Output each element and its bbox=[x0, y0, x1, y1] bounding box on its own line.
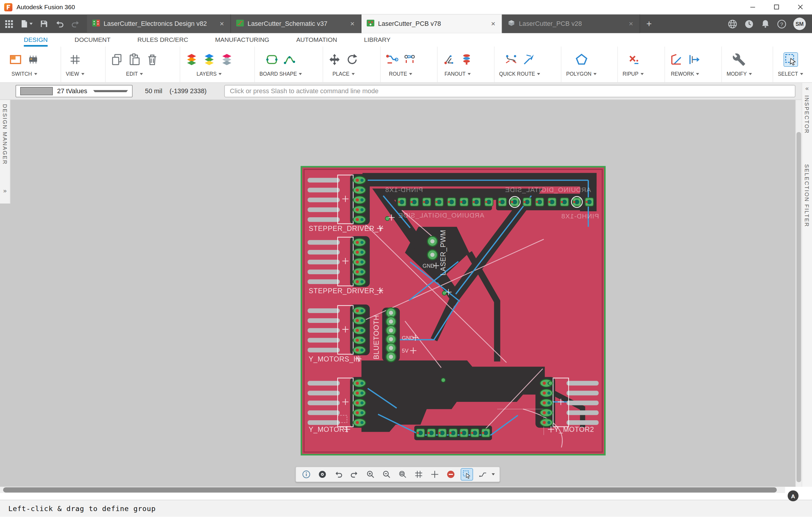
menu-manufacturing[interactable]: MANUFACTURING bbox=[215, 33, 269, 47]
undo-icon[interactable] bbox=[333, 469, 344, 480]
inspector-rail[interactable]: « INSPECTOR SELECTION FILTER bbox=[802, 83, 812, 487]
zoom-fit-icon[interactable] bbox=[397, 469, 408, 480]
zoom-out-icon[interactable] bbox=[381, 469, 392, 480]
cursor-position-value: (-1399 2338) bbox=[170, 88, 207, 95]
tab-pcb-v28[interactable]: LaserCutter_PCB v28 ✕ bbox=[502, 15, 640, 33]
inspector-label[interactable]: INSPECTOR bbox=[804, 95, 810, 134]
polygon-icon bbox=[575, 53, 588, 66]
tab-pcb-v78[interactable]: LaserCutter_PCB v78 ✕ bbox=[361, 15, 502, 33]
design-manager-rail[interactable]: DESIGN MANAGER » bbox=[0, 100, 10, 204]
avatar[interactable]: SM bbox=[793, 18, 806, 30]
tab-close-icon[interactable]: ✕ bbox=[490, 19, 496, 28]
app-window: Autodesk Fusion 360 bbox=[0, 0, 812, 517]
redo-icon[interactable] bbox=[71, 20, 80, 27]
dropdown-caret-icon bbox=[93, 90, 127, 92]
notifications-bell-icon[interactable] bbox=[761, 19, 770, 28]
file-menu-icon[interactable] bbox=[21, 20, 33, 28]
pcb-board-icon bbox=[367, 20, 374, 28]
tab-close-icon[interactable]: ✕ bbox=[628, 19, 634, 28]
toolbar-group-rework[interactable]: REWORK bbox=[665, 47, 705, 82]
minimize-button[interactable] bbox=[741, 0, 764, 14]
save-icon[interactable] bbox=[40, 20, 48, 27]
toolbar-group-place[interactable]: PLACE bbox=[323, 47, 364, 82]
toolbar-group-layers[interactable]: LAYERS bbox=[179, 47, 238, 82]
delete-icon bbox=[145, 53, 159, 66]
menu-document[interactable]: DOCUMENT bbox=[75, 33, 110, 47]
new-tab-button[interactable]: + bbox=[640, 19, 658, 29]
toolbar-group-view[interactable]: VIEW bbox=[61, 47, 89, 82]
toolbar-group-route[interactable]: ROUTE bbox=[380, 47, 421, 82]
menu-automation[interactable]: AUTOMATION bbox=[296, 33, 337, 47]
tab-label: LaserCutter_Electronics Design v82 bbox=[104, 20, 215, 27]
window-title: Autodesk Fusion 360 bbox=[17, 3, 75, 10]
expand-panel-icon[interactable]: » bbox=[3, 188, 7, 194]
dropdown-caret-icon bbox=[219, 73, 222, 75]
move-icon bbox=[328, 53, 341, 66]
info-icon[interactable] bbox=[301, 469, 312, 480]
board-spline-icon bbox=[283, 53, 296, 66]
layers-stack-icon bbox=[185, 53, 198, 66]
wire-mode-caret-icon[interactable] bbox=[492, 473, 495, 476]
silkscreen-label: LASER_PWM bbox=[439, 230, 447, 276]
close-button[interactable] bbox=[788, 0, 812, 14]
crosshair-icon[interactable] bbox=[429, 469, 440, 480]
vertical-scrollbar[interactable] bbox=[795, 100, 802, 487]
silkscreen-mirrored-label: PINHD-1X8 bbox=[561, 212, 599, 220]
header-bottom[interactable] bbox=[416, 429, 490, 437]
toolbar-group-modify[interactable]: MODIFY bbox=[722, 47, 756, 82]
selection-filter-label[interactable]: SELECTION FILTER bbox=[804, 164, 810, 227]
command-line-input[interactable] bbox=[224, 85, 795, 97]
wire-mode-icon[interactable] bbox=[477, 469, 489, 480]
vertical-scrollbar-thumb[interactable] bbox=[796, 132, 801, 482]
canvas-nav-bar bbox=[295, 466, 500, 482]
dropdown-caret-icon bbox=[34, 73, 37, 75]
switch-board-icon bbox=[9, 53, 22, 66]
autodesk-badge[interactable]: A bbox=[788, 490, 799, 501]
toolbar-group-ripup[interactable]: RIPUP bbox=[617, 47, 648, 82]
job-status-clock-icon[interactable] bbox=[744, 19, 754, 29]
layers-stack-red-icon bbox=[220, 53, 233, 66]
zoom-in-icon[interactable] bbox=[365, 469, 376, 480]
tab-close-icon[interactable]: ✕ bbox=[219, 19, 225, 28]
select-tool-icon[interactable] bbox=[461, 469, 472, 480]
tab-electronics-design[interactable]: LaserCutter_Electronics Design v82 ✕ bbox=[87, 15, 231, 33]
extensions-globe-icon[interactable] bbox=[728, 19, 737, 29]
tab-close-icon[interactable]: ✕ bbox=[349, 19, 356, 28]
menu-design[interactable]: DESIGN bbox=[24, 33, 48, 47]
tab-schematic[interactable]: LaserCutter_Schematic v37 ✕ bbox=[231, 15, 361, 33]
unroute-icon bbox=[403, 53, 416, 66]
pcb-board[interactable]: STEPPER_DRIVER_Y STEPPER_DRIVER_X Y_MOTO… bbox=[300, 166, 606, 456]
dropdown-caret-icon bbox=[749, 73, 752, 75]
stop-restrict-icon[interactable] bbox=[445, 469, 457, 480]
toolbar-label: VIEW bbox=[66, 71, 79, 77]
active-tool-highlight bbox=[784, 53, 797, 66]
design-manager-label[interactable]: DESIGN MANAGER bbox=[2, 104, 8, 165]
help-icon[interactable]: ? bbox=[777, 19, 786, 29]
toolbar-label: PLACE bbox=[332, 71, 349, 77]
pcb-canvas[interactable]: STEPPER_DRIVER_Y STEPPER_DRIVER_X Y_MOTO… bbox=[0, 100, 795, 487]
horizontal-scrollbar-thumb[interactable] bbox=[3, 487, 777, 492]
title-bar: Autodesk Fusion 360 bbox=[0, 0, 812, 15]
toolbar-group-polygon[interactable]: POLYGON bbox=[561, 47, 601, 82]
window-controls bbox=[741, 0, 812, 14]
menu-library[interactable]: LIBRARY bbox=[364, 33, 390, 47]
toolbar-group-fanout[interactable]: FANOUT bbox=[437, 47, 478, 82]
visibility-eye-icon[interactable] bbox=[317, 469, 328, 480]
toolbar-group-board-shape[interactable]: BOARD SHAPE bbox=[254, 47, 307, 82]
horizontal-scrollbar[interactable] bbox=[0, 487, 785, 493]
maximize-button[interactable] bbox=[764, 0, 788, 14]
menu-rules-drc-erc[interactable]: RULES DRC/ERC bbox=[137, 33, 188, 47]
toolbar-group-switch[interactable]: SWITCH bbox=[4, 47, 45, 82]
app-grid-menu-icon[interactable] bbox=[5, 20, 13, 28]
redo-icon[interactable] bbox=[349, 469, 360, 480]
toolbar-group-quick-route[interactable]: QUICK ROUTE bbox=[494, 47, 545, 82]
layer-select-dropdown[interactable]: 27 tValues bbox=[16, 85, 133, 97]
tab-bar-right-controls: ? SM bbox=[728, 18, 812, 30]
toolbar-group-select[interactable]: SELECT bbox=[773, 47, 808, 82]
grid-toggle-icon[interactable] bbox=[413, 469, 425, 480]
collapse-panel-icon[interactable]: « bbox=[806, 85, 809, 91]
silkscreen-mirrored-label: ARDUINO_DIGITAL_SIDE bbox=[505, 186, 591, 194]
toolbar-group-edit[interactable]: EDIT bbox=[105, 47, 164, 82]
undo-icon[interactable] bbox=[56, 20, 64, 27]
toolbar-label: BOARD SHAPE bbox=[259, 71, 297, 77]
